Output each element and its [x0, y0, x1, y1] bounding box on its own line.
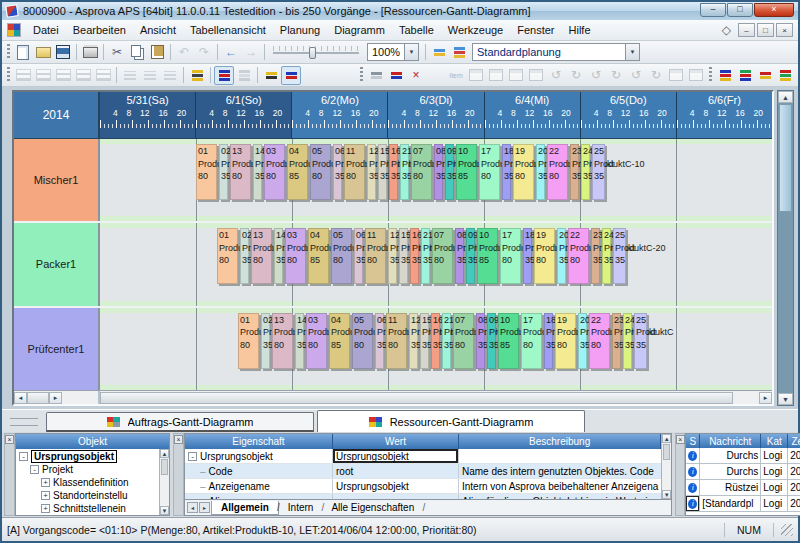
- day-header-6/4(Mi)[interactable]: 6/4(Mi)48121620: [484, 92, 580, 138]
- gantt-bar-22[interactable]: 22Produkt80: [568, 228, 589, 284]
- scrollbar-track[interactable]: [160, 476, 169, 506]
- delete-icon[interactable]: ×: [406, 66, 426, 85]
- gantt-bar-22[interactable]: 22Produkt80: [547, 144, 568, 200]
- gantt-bar-14[interactable]: 14Produkt35: [274, 228, 283, 284]
- scrollbar-track[interactable]: [662, 461, 671, 490]
- tree-expander-icon[interactable]: -: [30, 465, 39, 474]
- close-panel-icon[interactable]: ×: [5, 435, 14, 444]
- scrollbar-thumb[interactable]: [161, 459, 168, 475]
- gantt-bar-14[interactable]: 14Produkt35: [253, 144, 262, 200]
- menu-item-werkzeuge[interactable]: Werkzeuge: [441, 21, 510, 39]
- gantt-bar-08[interactable]: 08Produkt35: [434, 144, 443, 200]
- tab-bar-grip[interactable]: [10, 418, 38, 426]
- gantt-bar-16[interactable]: 16Produkt35: [410, 228, 419, 284]
- gantt-bar-08[interactable]: 08Produkt35: [476, 313, 485, 369]
- resource-label-Prüfcenter1[interactable]: Prüfcenter1: [14, 308, 100, 390]
- column-header-eigenschaft[interactable]: Eigenschaft: [185, 434, 333, 449]
- scroll-left-icon[interactable]: ◂: [14, 392, 27, 404]
- gantt-bar-17[interactable]: 17Produkt80: [500, 228, 521, 284]
- gantt-bar-16[interactable]: 16Produkt35: [389, 144, 398, 200]
- tab-scroll-right-icon[interactable]: ▸: [199, 502, 210, 513]
- close-panel-icon[interactable]: ×: [174, 435, 183, 444]
- gantt-bar-02[interactable]: 02Produkt35: [240, 228, 249, 284]
- gantt-bar-12[interactable]: 12Produkt35: [409, 313, 418, 369]
- message-row-3[interactable]: iRüstzeiLogi201: [686, 480, 800, 496]
- gantt-bar-24[interactable]: 24Produkt35: [602, 228, 611, 284]
- assignment-marks-icon[interactable]: [187, 66, 207, 85]
- gantt-bar-04[interactable]: 04Produkt85: [287, 144, 308, 200]
- property-tab-intern[interactable]: Intern: [279, 501, 323, 515]
- property-tab-alle eigenschaften[interactable]: Alle Eigenschaften: [322, 501, 423, 515]
- gantt-bar-01[interactable]: 01Produkt80: [196, 144, 217, 200]
- gantt-bar-23[interactable]: 23Produkt35: [612, 313, 621, 369]
- gantt-bar-02[interactable]: 02Produkt35: [261, 313, 270, 369]
- gantt-bar-16[interactable]: 16Produkt35: [431, 313, 440, 369]
- column-header-s[interactable]: S: [686, 434, 700, 448]
- mdi-restore-button[interactable]: □: [757, 23, 774, 37]
- tree-item-projekt[interactable]: -Projekt: [16, 463, 159, 476]
- gantt-bar-21[interactable]: 21Produkt35: [421, 228, 430, 284]
- scroll-down-icon[interactable]: ▼: [778, 393, 793, 405]
- scrollbar-track[interactable]: [778, 213, 793, 393]
- scroll-right-icon[interactable]: ▸: [759, 392, 772, 404]
- gantt-bar-05[interactable]: 05Produkt80: [352, 313, 373, 369]
- new-file-icon[interactable]: [13, 43, 33, 62]
- open-file-icon[interactable]: [33, 43, 53, 62]
- hierarchy-icon[interactable]: [366, 66, 386, 85]
- gantt-bar-06[interactable]: 06Produkt35: [333, 144, 342, 200]
- gantt-bar-17[interactable]: 17Produkt80: [479, 144, 500, 200]
- plan-select-arrow-icon[interactable]: ▼: [625, 44, 639, 60]
- tree-item-standorteinstellu[interactable]: +Standorteinstellu: [16, 489, 159, 502]
- tree-expander-icon[interactable]: +: [41, 491, 50, 500]
- gantt-bar-20[interactable]: 20Produkt35: [536, 144, 545, 200]
- mdi-minimize-button[interactable]: –: [738, 23, 755, 37]
- gantt-bar-13[interactable]: 13Produkt80: [272, 313, 293, 369]
- gantt-bar-12[interactable]: 12Produkt35: [388, 228, 397, 284]
- scroll-up-icon[interactable]: ▲: [778, 91, 793, 103]
- day-header-6/5(Do)[interactable]: 6/5(Do)48121620: [580, 92, 676, 138]
- gantt-bar-03[interactable]: 03Produkt80: [285, 228, 306, 284]
- tree-scrollbar[interactable]: ▲ ▼: [159, 449, 169, 515]
- day-header-6/2(Mo)[interactable]: 6/2(Mo)48121620: [291, 92, 387, 138]
- column-header-beschreibung[interactable]: Beschreibung: [459, 434, 661, 449]
- scroll-down-icon[interactable]: ▼: [160, 506, 169, 515]
- menu-item-datei[interactable]: Datei: [26, 21, 66, 39]
- property-row-anzeigename[interactable]: –AnzeigenameUrsprungsobjektIntern von As…: [185, 479, 661, 494]
- gantt-bar-23[interactable]: 23Produkt35: [570, 144, 579, 200]
- gantt-bar-10[interactable]: 10Produkt85: [498, 313, 519, 369]
- copy-icon[interactable]: [127, 43, 147, 62]
- view-tab-ressourcen-gantt-diagramm[interactable]: Ressourcen-Gantt-Diagramm: [317, 410, 585, 432]
- compare-icon[interactable]: [386, 66, 406, 85]
- gantt-bar-11[interactable]: 11Produkt80: [365, 228, 386, 284]
- wave-lines-icon[interactable]: [795, 66, 800, 85]
- day-header-6/1(So)[interactable]: 6/1(So)48121620: [195, 92, 291, 138]
- gantt-bar-11[interactable]: 11Produkt80: [386, 313, 407, 369]
- day-header-5/31(Sa)[interactable]: 5/31(Sa)48121620: [100, 92, 195, 138]
- cut-icon[interactable]: ✂: [107, 43, 127, 62]
- resource-label-Mischer1[interactable]: Mischer1: [14, 139, 100, 221]
- save-icon[interactable]: [53, 43, 73, 62]
- gantt-bar-13[interactable]: 13Produkt80: [251, 228, 272, 284]
- gantt-bar-17[interactable]: 17Produkt80: [521, 313, 542, 369]
- close-panel-icon[interactable]: ×: [676, 435, 685, 444]
- gantt-bar-21[interactable]: 21Produkt35: [400, 144, 409, 200]
- gantt-bar-03[interactable]: 03Produkt80: [264, 144, 285, 200]
- column-header-nachricht[interactable]: Nachricht: [700, 434, 761, 448]
- gantt-bar-13[interactable]: 13Produkt80: [230, 144, 251, 200]
- mdi-close-button[interactable]: ×: [776, 23, 793, 37]
- scroll-up-icon[interactable]: ▲: [662, 434, 671, 443]
- scrollbar-thumb[interactable]: [779, 104, 792, 212]
- day-header-6/6(Fr)[interactable]: 6/6(Fr)48121620: [676, 92, 772, 138]
- gantt-bar-01[interactable]: 01Produkt80: [217, 228, 238, 284]
- property-scrollbar[interactable]: ▲ ▼: [661, 434, 671, 499]
- message-row-1[interactable]: iDurchsLogi201: [686, 448, 800, 464]
- day-header-6/3(Di)[interactable]: 6/3(Di)48121620: [387, 92, 483, 138]
- gantt-bar-18[interactable]: 18Produkt35: [544, 313, 553, 369]
- split-rows-icon[interactable]: [755, 66, 775, 85]
- gantt-bar-09[interactable]: 09Produkt35: [487, 313, 496, 369]
- gantt-bar-23[interactable]: 23Produkt35: [591, 228, 600, 284]
- tree-item-schnittstellenein[interactable]: +Schnittstellenein: [16, 502, 159, 515]
- gantt-bar-25[interactable]: 25ProduktC-1035: [592, 144, 605, 200]
- resource-view-icon[interactable]: [281, 66, 301, 85]
- gantt-bar-07[interactable]: 07Produkt80: [432, 228, 453, 284]
